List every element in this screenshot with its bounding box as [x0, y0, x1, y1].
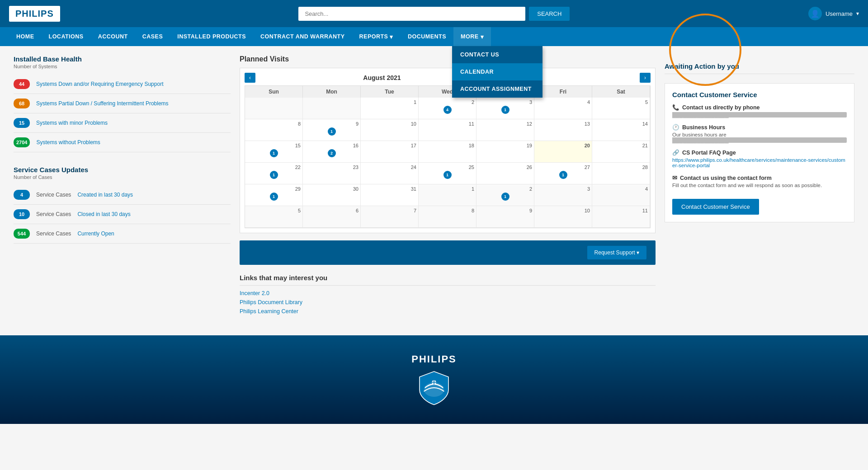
cal-cell[interactable]: 221 [245, 163, 303, 184]
nav-more[interactable]: MORE ▾ [453, 27, 491, 46]
cal-next-btn[interactable]: › [640, 73, 651, 83]
link-incenter[interactable]: Incenter 2.0 [240, 290, 656, 296]
cal-cell[interactable]: 30 [303, 184, 361, 206]
links-divider [240, 285, 656, 286]
link-document-library[interactable]: Philips Document Library [240, 299, 656, 306]
dropdown-calendar[interactable]: CALENDAR [452, 63, 542, 80]
cal-cell[interactable]: 91 [303, 119, 361, 141]
cal-cell[interactable]: 5 [592, 98, 650, 119]
cal-cell[interactable]: 151 [245, 141, 303, 163]
cal-cell[interactable]: 4 [592, 184, 650, 206]
awaiting-divider [665, 74, 854, 74]
stat-label-no-problems[interactable]: Systems without Problems [36, 139, 100, 146]
stat-row-no-problems: 2704 Systems without Problems [14, 133, 231, 152]
cal-cell[interactable]: 1 [419, 184, 476, 206]
cal-cell[interactable]: 5 [245, 206, 303, 228]
cal-cell[interactable]: 251 [419, 163, 476, 184]
cal-cell[interactable]: 8 [419, 206, 476, 228]
user-area: 👤 Username ▾ [808, 7, 859, 20]
nav-reports[interactable]: REPORTS ▾ [352, 27, 401, 46]
event-dot: 2 [328, 149, 336, 157]
calendar-grid: Sun Mon Tue Wed Thu Fri Sat 1 24 [245, 85, 651, 228]
contact-form-desc: Fill out the contact form and we will re… [672, 183, 847, 188]
phone-icon: 📞 [672, 104, 679, 111]
cal-cell[interactable]: 21 [592, 141, 650, 163]
top-header: PHILIPS SEARCH 👤 Username ▾ [0, 0, 868, 27]
cal-prev-btn[interactable]: ‹ [245, 73, 255, 83]
request-support-button[interactable]: Request Support ▾ [587, 246, 646, 259]
footer: PHILIPS [0, 335, 868, 424]
cal-cell[interactable]: 18 [419, 141, 476, 163]
calendar-body: 1 24 31 4 5 8 91 10 11 12 13 14 [245, 98, 650, 228]
event-dot: 1 [559, 171, 567, 179]
user-dropdown-icon[interactable]: ▾ [856, 10, 859, 17]
badge-closed: 10 [14, 209, 30, 219]
dropdown-account-assignment[interactable]: ACCOUNT ASSIGNMENT [452, 80, 542, 98]
contact-faq-title: 🔗 CS Portal FAQ Page [672, 149, 847, 156]
cal-cell[interactable]: 4 [534, 98, 592, 119]
cal-cell[interactable]: 162 [303, 141, 361, 163]
link-learning-center[interactable]: Philips Learning Center [240, 308, 656, 315]
search-button[interactable]: SEARCH [529, 7, 570, 21]
stat-label-emergency[interactable]: Systems Down and/or Requiring Emergency … [36, 81, 163, 87]
cal-cell[interactable]: 271 [534, 163, 592, 184]
cal-cell[interactable]: 1 [361, 98, 419, 119]
case-link-created[interactable]: Created in last 30 days [77, 192, 133, 198]
case-link-closed[interactable]: Closed in last 30 days [77, 211, 130, 217]
search-input[interactable] [298, 7, 525, 21]
calendar-header: ‹ August 2021 Go To › [245, 73, 651, 83]
user-name: Username [826, 10, 853, 17]
cal-cell[interactable] [245, 98, 303, 119]
stat-label-partial[interactable]: Systems Partial Down / Suffering Intermi… [36, 100, 169, 107]
contact-faq-url[interactable]: https://www.philips.co.uk/healthcare/ser… [672, 157, 847, 168]
cal-cell[interactable]: 21 [476, 184, 534, 206]
nav-installed-products[interactable]: INSTALLED PRODUCTS [170, 27, 253, 46]
cal-cell[interactable]: 3 [534, 184, 592, 206]
contact-customer-service-button[interactable]: Contact Customer Service [672, 199, 759, 215]
cal-cell-today[interactable]: 20 [534, 141, 592, 163]
center-column: Planned Visits ‹ August 2021 Go To › Sun… [240, 55, 656, 317]
case-prefix-created: Service Cases [36, 192, 71, 198]
cal-cell[interactable]: 12 [476, 119, 534, 141]
cal-cell[interactable]: 19 [476, 141, 534, 163]
cal-cell[interactable]: 10 [534, 206, 592, 228]
search-area: SEARCH [298, 7, 570, 21]
cal-cell[interactable]: 31 [476, 98, 534, 119]
cal-cell[interactable]: 31 [361, 184, 419, 206]
nav-cases[interactable]: CASES [135, 27, 170, 46]
cal-cell[interactable]: 14 [592, 119, 650, 141]
cal-cell[interactable]: 7 [361, 206, 419, 228]
nav-contract-warranty[interactable]: CONTRACT AND WARRANTY [253, 27, 352, 46]
cal-cell[interactable]: 11 [419, 119, 476, 141]
cal-cell[interactable]: 9 [476, 206, 534, 228]
event-dot: 1 [328, 127, 336, 136]
more-dropdown-menu: CONTACT US CALENDAR ACCOUNT ASSIGNMENT [452, 46, 542, 98]
day-mon: Mon [303, 86, 361, 98]
stat-label-minor[interactable]: Systems with minor Problems [36, 120, 108, 126]
cal-cell[interactable]: 13 [534, 119, 592, 141]
cal-cell[interactable]: 11 [592, 206, 650, 228]
nav-account[interactable]: ACCOUNT [91, 27, 135, 46]
case-link-open[interactable]: Currently Open [77, 230, 114, 237]
links-title: Links that may interest you [240, 274, 656, 282]
cal-cell[interactable]: 26 [476, 163, 534, 184]
cal-cell[interactable] [303, 98, 361, 119]
cal-cell[interactable]: 23 [303, 163, 361, 184]
user-avatar-icon[interactable]: 👤 [808, 7, 822, 20]
nav-locations[interactable]: LOCATIONS [42, 27, 91, 46]
logo[interactable]: PHILIPS [9, 6, 60, 22]
right-column: Awaiting Action by you Contact Customer … [665, 55, 854, 317]
cal-cell[interactable]: 291 [245, 184, 303, 206]
main-nav: HOME LOCATIONS ACCOUNT CASES INSTALLED P… [0, 27, 868, 46]
cal-cell[interactable]: 28 [592, 163, 650, 184]
contact-hours-desc: Our business hours are [672, 132, 847, 137]
cal-cell[interactable]: 24 [361, 163, 419, 184]
cal-cell[interactable]: 24 [419, 98, 476, 119]
cal-cell[interactable]: 6 [303, 206, 361, 228]
cal-cell[interactable]: 17 [361, 141, 419, 163]
nav-home[interactable]: HOME [9, 27, 42, 46]
nav-documents[interactable]: DOCUMENTS [401, 27, 453, 46]
cal-cell[interactable]: 10 [361, 119, 419, 141]
cal-cell[interactable]: 8 [245, 119, 303, 141]
dropdown-contact-us[interactable]: CONTACT US [452, 46, 542, 63]
